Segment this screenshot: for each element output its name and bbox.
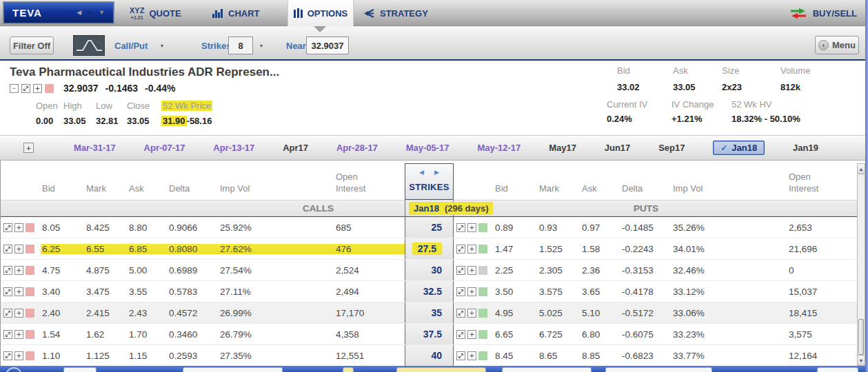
put-mark[interactable]: 3.575 <box>538 287 581 297</box>
put-ask[interactable]: 8.85 <box>581 351 620 361</box>
payoff-diagram-icon[interactable] <box>73 35 105 56</box>
call-ask[interactable]: 1.15 <box>128 351 168 361</box>
strikes-column-header[interactable]: ◀ ▶ STRIKES <box>405 163 454 200</box>
put-ask[interactable]: 2.36 <box>581 265 620 276</box>
strike-cell[interactable]: 35 <box>405 302 454 323</box>
trade-exchange-icon[interactable] <box>3 287 12 296</box>
put-ask[interactable]: 1.58 <box>581 244 620 254</box>
column-header[interactable]: Imp Vol <box>219 183 334 195</box>
put-bid[interactable]: 0.89 <box>494 223 538 233</box>
scroll-up-icon[interactable]: ▲ <box>858 164 865 174</box>
strike-cell[interactable]: 25 <box>405 217 454 238</box>
call-ask[interactable]: 5.00 <box>128 265 168 276</box>
call-bid[interactable]: 8.05 <box>41 223 85 233</box>
expiration-item[interactable]: ✓Sep17 <box>658 143 685 153</box>
call-mark[interactable]: 8.425 <box>85 223 128 233</box>
add-order-icon[interactable] <box>14 223 23 232</box>
trade-exchange-icon[interactable] <box>456 287 465 296</box>
call-ask[interactable]: 3.55 <box>128 287 168 297</box>
call-mark[interactable]: 3.475 <box>85 287 128 297</box>
trade-exchange-icon[interactable] <box>21 84 30 93</box>
column-header[interactable]: Mark <box>85 183 128 195</box>
strike-cell[interactable]: 30 <box>405 260 454 280</box>
put-mark[interactable]: 5.025 <box>538 308 581 318</box>
taskbar-window-button[interactable] <box>396 367 486 372</box>
next-symbol-icon[interactable]: ▶ <box>88 10 92 16</box>
expiration-item[interactable]: ✓Apr-07-17 <box>144 143 185 153</box>
expiration-item[interactable]: ✓Apr-13-17 <box>213 143 254 153</box>
expiration-item[interactable]: ✓May-12-17 <box>477 143 521 153</box>
call-mark[interactable]: 2.415 <box>85 308 128 318</box>
trade-exchange-icon[interactable] <box>456 266 465 275</box>
column-header[interactable]: Bid <box>41 183 85 195</box>
expiration-item[interactable]: ✓May-05-17 <box>406 143 450 153</box>
put-ask[interactable]: 0.97 <box>581 223 620 233</box>
add-order-icon[interactable] <box>467 245 476 254</box>
add-order-icon[interactable] <box>14 245 23 254</box>
call-put-selector[interactable]: Call/Put <box>114 41 148 51</box>
scroll-thumb[interactable] <box>858 319 864 355</box>
menu-button[interactable]: ‹ Menu <box>815 36 859 54</box>
taskbar-window-button[interactable] <box>605 367 712 372</box>
put-ask[interactable]: 5.10 <box>581 308 620 318</box>
trade-exchange-icon[interactable] <box>3 223 12 232</box>
call-bid[interactable]: 4.75 <box>41 265 85 276</box>
trade-exchange-icon[interactable] <box>456 223 465 232</box>
trade-exchange-icon[interactable] <box>3 309 12 318</box>
column-header[interactable]: Mark <box>538 183 581 195</box>
put-ask[interactable]: 3.65 <box>581 287 620 297</box>
put-mark[interactable]: 1.525 <box>538 244 581 254</box>
taskbar-window-button[interactable] <box>343 367 354 372</box>
call-bid[interactable]: 3.40 <box>41 287 85 297</box>
strike-cell[interactable]: 32.5 <box>405 281 454 302</box>
column-header[interactable]: Delta <box>620 183 672 195</box>
put-mark[interactable]: 2.305 <box>538 265 581 276</box>
strike-cell[interactable]: 37.5 <box>405 324 454 344</box>
expiration-item[interactable]: ✓Jun17 <box>605 143 631 153</box>
prev-symbol-icon[interactable]: ◀ <box>77 10 81 16</box>
trade-exchange-icon[interactable] <box>456 309 465 318</box>
expiration-item[interactable]: ✓Jan18 <box>713 141 765 155</box>
scrollbar[interactable]: ▲ ▼ <box>857 163 865 366</box>
expiration-item[interactable]: ✓Apr-28-17 <box>336 143 378 153</box>
put-bid[interactable]: 4.95 <box>494 308 538 318</box>
trade-exchange-icon[interactable] <box>3 351 12 360</box>
scroll-down-icon[interactable]: ▼ <box>858 355 865 365</box>
column-header[interactable]: Ask <box>581 183 620 195</box>
call-bid[interactable]: 1.54 <box>41 329 85 340</box>
trade-exchange-icon[interactable] <box>3 330 12 339</box>
put-bid[interactable]: 3.50 <box>494 287 538 297</box>
strikes-right-icon[interactable]: ▶ <box>434 169 439 176</box>
strikes-caret-icon[interactable]: ▾ <box>260 43 263 49</box>
column-header[interactable]: Ask <box>128 183 168 195</box>
call-bid[interactable]: 6.25 <box>41 244 85 254</box>
put-bid[interactable]: 2.25 <box>494 265 538 276</box>
column-header[interactable]: Delta <box>168 183 219 195</box>
column-header[interactable]: Imp Vol <box>672 183 787 195</box>
add-order-icon[interactable] <box>33 84 42 93</box>
add-order-icon[interactable] <box>467 287 476 296</box>
strikes-left-icon[interactable]: ◀ <box>419 169 424 176</box>
trade-exchange-icon[interactable] <box>3 266 12 275</box>
add-order-icon[interactable] <box>14 266 23 275</box>
column-header[interactable]: Open Interest <box>787 172 859 195</box>
add-order-icon[interactable] <box>467 330 476 339</box>
filter-button[interactable]: Filter Off <box>10 37 54 54</box>
put-mark[interactable]: 0.93 <box>538 223 581 233</box>
column-header[interactable]: Open Interest <box>334 172 405 195</box>
strikes-count-value[interactable]: 8 <box>228 37 253 54</box>
tab-options[interactable]: OPTIONS <box>287 0 354 26</box>
call-ask[interactable]: 6.85 <box>128 244 168 254</box>
expiration-item[interactable]: ✓Mar-31-17 <box>74 143 116 153</box>
call-ask[interactable]: 8.80 <box>128 223 168 233</box>
add-order-icon[interactable] <box>14 309 23 318</box>
call-put-caret-icon[interactable]: ▾ <box>161 43 163 49</box>
call-mark[interactable]: 1.125 <box>85 351 128 361</box>
put-bid[interactable]: 1.47 <box>494 244 538 254</box>
tab-chart[interactable]: CHART <box>207 0 265 26</box>
trade-exchange-icon[interactable] <box>3 245 12 254</box>
put-bid[interactable]: 8.45 <box>494 351 538 361</box>
taskbar-window-button[interactable] <box>183 367 283 372</box>
expiration-item[interactable]: ✓Apr17 <box>283 143 308 153</box>
call-bid[interactable]: 2.40 <box>41 308 85 318</box>
